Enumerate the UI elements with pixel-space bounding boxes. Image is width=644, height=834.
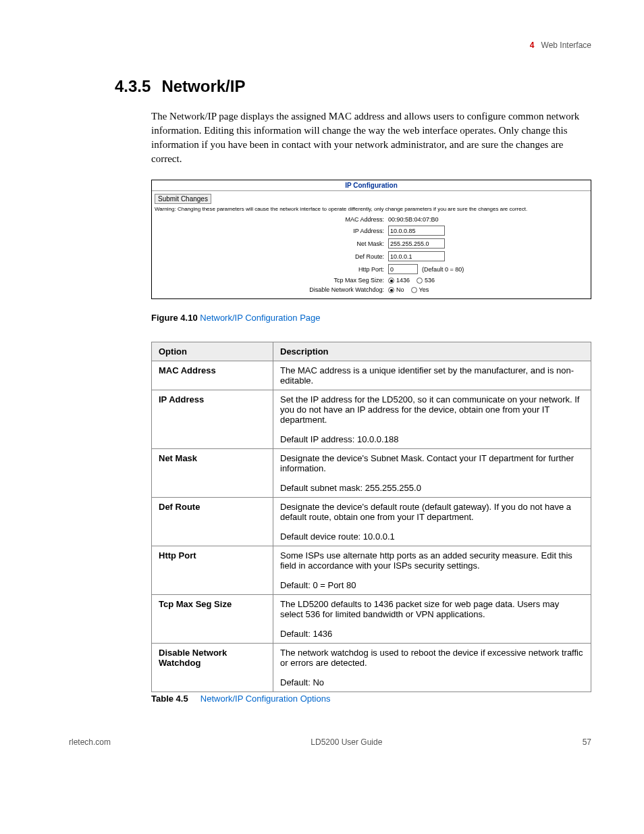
description-paragraph: Set the IP address for the LD5200, so it…	[280, 394, 584, 425]
description-cell: Designate the device's default route (de…	[273, 498, 591, 546]
table-row: MAC AddressThe MAC address is a unique i…	[152, 361, 591, 390]
table-row: IP AddressSet the IP address for the LD5…	[152, 390, 591, 449]
option-cell: MAC Address	[152, 361, 273, 390]
description-paragraph: Designate the device's default route (de…	[280, 502, 584, 522]
page-footer: rletech.com LD5200 User Guide 57	[69, 737, 591, 747]
tcp-seg-radio-536[interactable]	[417, 278, 423, 284]
watchdog-radio-no[interactable]	[388, 287, 394, 293]
watchdog-radio-yes[interactable]	[411, 287, 417, 293]
section-title: Network/IP	[161, 77, 245, 96]
mac-address-label: MAC Address:	[155, 216, 388, 223]
watchdog-label: Disable Network Watchdog:	[155, 286, 388, 293]
def-route-input[interactable]	[388, 251, 445, 261]
intro-paragraph: The Network/IP page displays the assigne…	[151, 109, 591, 166]
net-mask-input[interactable]	[388, 238, 445, 249]
ip-address-label: IP Address:	[155, 228, 388, 234]
table-row: Tcp Max Seg SizeThe LD5200 defaults to 1…	[152, 595, 591, 644]
th-description: Description	[273, 342, 591, 361]
table-row: Http PortSome ISPs use alternate http po…	[152, 546, 591, 595]
footer-left: rletech.com	[69, 737, 111, 747]
section-number: 4.3.5	[115, 77, 151, 96]
http-port-input[interactable]	[388, 264, 418, 274]
description-paragraph: Default device route: 10.0.0.1	[280, 531, 584, 542]
description-paragraph: Default: No	[280, 677, 584, 687]
tcp-seg-536-label: 536	[425, 277, 435, 284]
tcp-seg-radio-1436[interactable]	[388, 278, 394, 284]
figure-caption: Figure 4.10 Network/IP Configuration Pag…	[151, 313, 591, 323]
ip-config-figure: IP Configuration Submit Changes Warning:…	[151, 180, 591, 299]
option-cell: Tcp Max Seg Size	[152, 595, 273, 644]
description-cell: Designate the device's Subnet Mask. Cont…	[273, 449, 591, 498]
section-heading: 4.3.5 Network/IP	[115, 77, 591, 96]
description-paragraph: Default: 1436	[280, 629, 584, 639]
description-paragraph: Some ISPs use alternate http ports as an…	[280, 550, 584, 571]
table-caption-link: Network/IP Configuration Options	[200, 694, 331, 704]
description-paragraph: Default IP address: 10.0.0.188	[280, 434, 584, 444]
table-row: Disable Network WatchdogThe network watc…	[152, 644, 591, 692]
description-paragraph: Default subnet mask: 255.255.255.0	[280, 483, 584, 493]
description-cell: Some ISPs use alternate http ports as an…	[273, 546, 591, 595]
tcp-seg-1436-label: 1436	[396, 277, 410, 284]
http-port-label: Http Port:	[155, 266, 388, 273]
description-cell: The LD5200 defaults to 1436 packet size …	[273, 595, 591, 644]
submit-changes-button[interactable]: Submit Changes	[155, 194, 211, 204]
table-caption-bold: Table 4.5	[151, 694, 188, 704]
tcp-seg-label: Tcp Max Seg Size:	[155, 277, 388, 284]
table-row: Net MaskDesignate the device's Subnet Ma…	[152, 449, 591, 498]
net-mask-label: Net Mask:	[155, 240, 388, 247]
mac-address-value: 00:90:5B:04:07:B0	[388, 216, 439, 223]
description-cell: The MAC address is a unique identifier s…	[273, 361, 591, 390]
footer-center: LD5200 User Guide	[111, 737, 583, 747]
option-cell: Http Port	[152, 546, 273, 595]
option-cell: Def Route	[152, 498, 273, 546]
chapter-num: 4	[530, 41, 535, 50]
description-cell: Set the IP address for the LD5200, so it…	[273, 390, 591, 449]
footer-right: 57	[583, 737, 591, 747]
description-paragraph: The network watchdog is used to reboot t…	[280, 648, 584, 668]
th-option: Option	[152, 342, 273, 361]
option-cell: IP Address	[152, 390, 273, 449]
description-paragraph: Designate the device's Subnet Mask. Cont…	[280, 453, 584, 473]
table-row: Def RouteDesignate the device's default …	[152, 498, 591, 546]
option-cell: Disable Network Watchdog	[152, 644, 273, 692]
description-cell: The network watchdog is used to reboot t…	[273, 644, 591, 692]
watchdog-no-label: No	[396, 286, 404, 293]
def-route-label: Def Route:	[155, 253, 388, 260]
option-cell: Net Mask	[152, 449, 273, 498]
ip-config-title: IP Configuration	[152, 180, 591, 191]
figure-caption-bold: Figure 4.10	[151, 313, 198, 323]
description-paragraph: The LD5200 defaults to 1436 packet size …	[280, 599, 584, 619]
figure-caption-link: Network/IP Configuration Page	[200, 313, 320, 323]
chapter-title: Web Interface	[541, 41, 591, 50]
ip-address-input[interactable]	[388, 226, 445, 236]
options-table: Option Description MAC AddressThe MAC ad…	[151, 342, 591, 692]
table-caption: Table 4.5 Network/IP Configuration Optio…	[151, 694, 591, 704]
description-paragraph: The MAC address is a unique identifier s…	[280, 365, 584, 386]
warning-text: Warning: Changing these parameters will …	[155, 206, 588, 212]
http-port-hint: (Default 0 = 80)	[422, 266, 464, 273]
watchdog-yes-label: Yes	[419, 286, 429, 293]
page-header: 4 Web Interface	[69, 41, 591, 50]
description-paragraph: Default: 0 = Port 80	[280, 580, 584, 590]
